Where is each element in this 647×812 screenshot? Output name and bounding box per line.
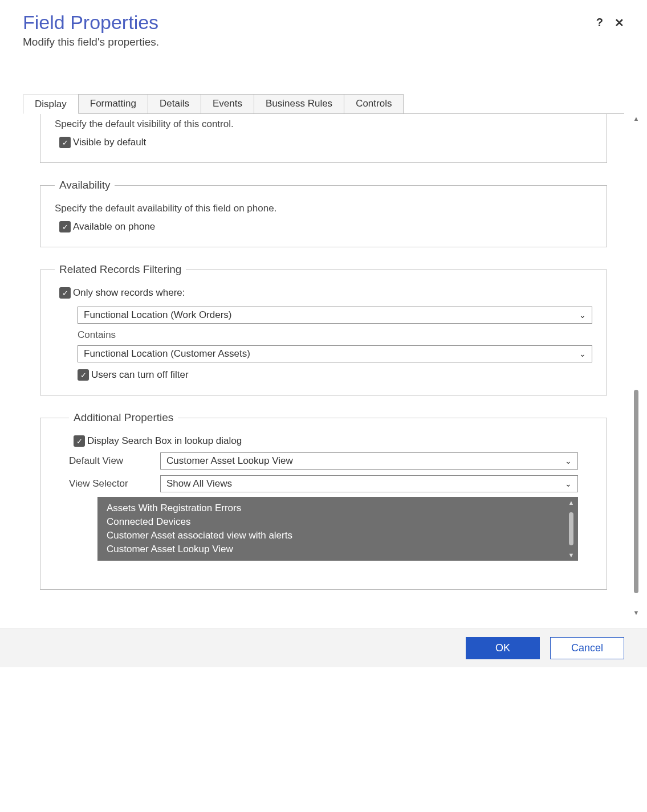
- users-can-turn-off-checkbox[interactable]: ✓: [78, 369, 89, 381]
- availability-legend: Availability: [55, 179, 115, 191]
- visibility-group: Specify the default visibility of this c…: [40, 114, 607, 163]
- view-selector-select[interactable]: Show All Views ⌄: [160, 475, 578, 492]
- scroll-up-icon[interactable]: ▲: [632, 114, 641, 123]
- view-selector-row: View Selector Show All Views ⌄: [69, 475, 578, 492]
- contains-label: Contains: [78, 329, 592, 341]
- list-item[interactable]: Customer Asset Lookup View: [97, 542, 578, 556]
- dialog-subtitle: Modify this field's properties.: [23, 36, 159, 48]
- filter-parent-select[interactable]: Functional Location (Work Orders) ⌄: [78, 307, 592, 324]
- tab-events[interactable]: Events: [201, 94, 254, 113]
- filter-child-select[interactable]: Functional Location (Customer Assets) ⌄: [78, 345, 592, 362]
- field-properties-dialog: Field Properties Modify this field's pro…: [0, 0, 647, 617]
- dialog-footer: OK Cancel: [0, 629, 647, 667]
- ok-button[interactable]: OK: [466, 637, 540, 659]
- display-search-box-checkbox[interactable]: ✓: [74, 435, 85, 447]
- available-on-phone-checkbox[interactable]: ✓: [59, 221, 71, 232]
- display-search-box-row: ✓ Display Search Box in lookup dialog: [74, 435, 578, 447]
- visible-by-default-checkbox[interactable]: ✓: [59, 137, 71, 148]
- scrollbar-track[interactable]: [634, 123, 638, 608]
- default-view-row: Default View Customer Asset Lookup View …: [69, 452, 578, 470]
- scroll-up-icon[interactable]: ▲: [568, 499, 575, 506]
- only-show-records-label: Only show records where:: [73, 287, 185, 299]
- chevron-down-icon: ⌄: [565, 479, 572, 488]
- title-block: Field Properties Modify this field's pro…: [23, 11, 159, 48]
- chevron-down-icon: ⌄: [565, 456, 572, 466]
- view-selector-value: Show All Views: [166, 478, 232, 489]
- default-view-value: Customer Asset Lookup View: [166, 455, 293, 467]
- tab-area: Display Formatting Details Events Busine…: [23, 94, 624, 617]
- additional-properties-legend: Additional Properties: [69, 411, 178, 424]
- only-show-records-checkbox[interactable]: ✓: [59, 287, 71, 299]
- tabs: Display Formatting Details Events Busine…: [23, 94, 624, 113]
- list-item[interactable]: Customer Asset associated view with aler…: [97, 529, 578, 542]
- scrollbar-thumb[interactable]: [634, 390, 638, 593]
- available-on-phone-row: ✓ Available on phone: [59, 221, 592, 232]
- listbox-scrollbar[interactable]: ▲ ▼: [567, 499, 576, 558]
- additional-properties-group: Additional Properties ✓ Display Search B…: [40, 411, 607, 590]
- scroll-down-icon[interactable]: ▼: [568, 552, 575, 558]
- tab-business-rules[interactable]: Business Rules: [254, 94, 344, 113]
- scroll-down-icon[interactable]: ▼: [632, 608, 641, 617]
- tab-display[interactable]: Display: [23, 95, 79, 114]
- header-icons: ? ✕: [596, 16, 624, 30]
- help-icon[interactable]: ?: [596, 16, 603, 30]
- cancel-button[interactable]: Cancel: [550, 637, 624, 659]
- users-can-turn-off-label: Users can turn off filter: [91, 369, 189, 381]
- default-view-label: Default View: [69, 455, 160, 467]
- main-scrollbar[interactable]: ▲ ▼: [631, 114, 641, 617]
- dialog-header: Field Properties Modify this field's pro…: [23, 11, 624, 48]
- visible-by-default-row: ✓ Visible by default: [59, 137, 592, 148]
- related-records-filtering-group: Related Records Filtering ✓ Only show re…: [40, 263, 607, 395]
- only-show-records-row: ✓ Only show records where:: [59, 287, 592, 299]
- display-search-box-label: Display Search Box in lookup dialog: [87, 435, 242, 447]
- availability-desc: Specify the default availability of this…: [55, 203, 592, 214]
- scrollbar-thumb[interactable]: [569, 512, 573, 545]
- tab-formatting[interactable]: Formatting: [78, 94, 148, 113]
- filter-child-value: Functional Location (Customer Assets): [84, 348, 250, 360]
- visible-by-default-label: Visible by default: [73, 137, 146, 148]
- default-view-select[interactable]: Customer Asset Lookup View ⌄: [160, 452, 578, 470]
- filter-parent-value: Functional Location (Work Orders): [84, 309, 232, 321]
- tab-details[interactable]: Details: [148, 94, 201, 113]
- chevron-down-icon: ⌄: [579, 311, 586, 320]
- chevron-down-icon: ⌄: [579, 349, 586, 358]
- visibility-desc: Specify the default visibility of this c…: [55, 119, 592, 130]
- filtering-legend: Related Records Filtering: [55, 263, 186, 276]
- close-icon[interactable]: ✕: [615, 16, 624, 30]
- dialog-title: Field Properties: [23, 11, 159, 34]
- tab-controls[interactable]: Controls: [344, 94, 404, 113]
- available-on-phone-label: Available on phone: [73, 221, 155, 232]
- list-item[interactable]: Connected Devices: [97, 515, 578, 529]
- users-can-turn-off-row: ✓ Users can turn off filter: [78, 369, 592, 381]
- filter-controls: Functional Location (Work Orders) ⌄ Cont…: [78, 307, 592, 381]
- tab-content: Specify the default visibility of this c…: [23, 113, 624, 617]
- views-listbox[interactable]: Assets With Registration Errors Connecte…: [97, 497, 578, 561]
- list-item[interactable]: Assets With Registration Errors: [97, 501, 578, 515]
- view-selector-label: View Selector: [69, 478, 160, 489]
- availability-group: Availability Specify the default availab…: [40, 179, 607, 247]
